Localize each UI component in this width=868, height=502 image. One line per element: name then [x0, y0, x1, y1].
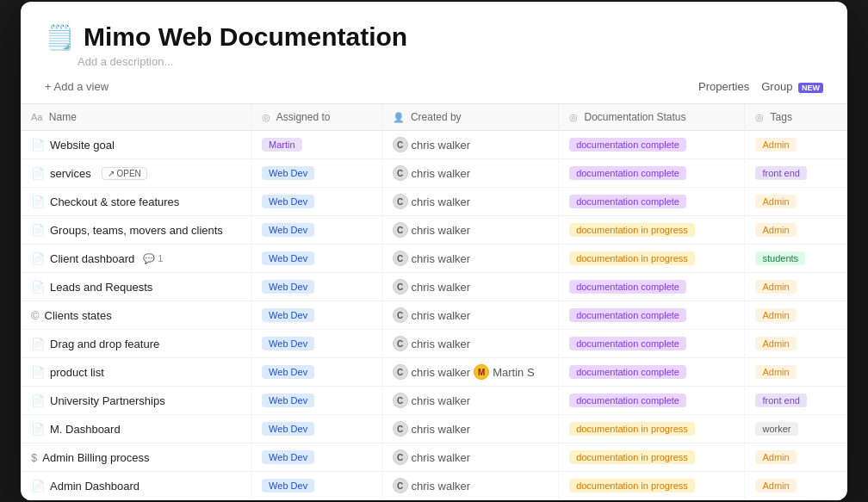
col-header-status: ◎ Documentation Status [559, 104, 745, 131]
cell-assigned: Web Dev [251, 330, 381, 358]
main-window: 🗒️ Mimo Web Documentation Add a descript… [21, 2, 847, 500]
page-description[interactable]: Add a description... [78, 55, 823, 68]
cell-created: Cchris walker [381, 330, 559, 358]
row-type-icon: 📄 [31, 366, 45, 379]
row-name-text: M. Dashboard [50, 423, 121, 436]
row-name-text: Clients states [45, 309, 112, 322]
cell-name: 📄Admin Dashboard [21, 472, 251, 500]
open-button[interactable]: ↗ OPEN [102, 167, 147, 180]
cell-tags: Admin [745, 472, 847, 500]
row-type-icon: 📄 [31, 423, 45, 436]
row-type-icon: 📄 [31, 167, 45, 180]
tag-badge: Admin [755, 450, 796, 464]
row-name-text: Website goal [50, 139, 115, 152]
name-col-icon: Aa [31, 112, 42, 122]
cell-name: 📄Website goal [21, 131, 251, 159]
cell-name: 📄Drag and drop feature [21, 330, 251, 358]
cell-name: 📄Checkout & store features [21, 188, 251, 216]
creator-avatar: C [393, 137, 408, 152]
add-view-button[interactable]: + Add a view [45, 80, 108, 93]
cell-status: documentation in progress [559, 443, 745, 472]
row-type-icon: 📄 [31, 480, 45, 493]
cell-tags: front end [745, 387, 847, 415]
row-type-icon: $ [31, 451, 37, 464]
table-row[interactable]: 📄Checkout & store featuresWeb DevCchris … [21, 188, 847, 216]
creator-name: chris walker [412, 281, 471, 294]
extra-creator-avatar: M [474, 364, 489, 380]
table-row[interactable]: ©Clients statesWeb DevCchris walkerdocum… [21, 301, 847, 330]
properties-button[interactable]: Properties [698, 80, 749, 93]
cell-status: documentation complete [559, 188, 745, 216]
table-row[interactable]: 📄Client dashboard💬 1Web DevCchris walker… [21, 245, 847, 273]
cell-status: documentation complete [559, 387, 745, 415]
table-body: 📄Website goalMartinCchris walkerdocument… [21, 131, 847, 500]
cell-name: 📄Leads and Requests [21, 273, 251, 301]
assigned-tag: Web Dev [262, 195, 314, 208]
page-header: 🗒️ Mimo Web Documentation Add a descript… [21, 2, 847, 104]
cell-name: 📄University Partnerships [21, 387, 251, 415]
row-name-text: Leads and Requests [50, 281, 152, 294]
table-row[interactable]: 📄product listWeb DevCchris walkerMMartin… [21, 358, 847, 387]
status-badge: documentation in progress [569, 479, 695, 493]
assigned-tag: Web Dev [262, 166, 314, 180]
creator-name: chris walker [412, 309, 471, 322]
assigned-tag: Web Dev [262, 479, 314, 493]
col-header-assigned: ◎ Assigned to [251, 104, 381, 131]
table-row[interactable]: $Admin Billing processWeb DevCchris walk… [21, 443, 847, 472]
assigned-tag: Web Dev [262, 394, 314, 407]
creator-avatar: C [393, 393, 408, 408]
table-row[interactable]: 📄Admin DashboardWeb DevCchris walkerdocu… [21, 472, 847, 500]
cell-status: documentation in progress [559, 415, 745, 443]
cell-status: documentation in progress [559, 245, 745, 273]
creator-name: chris walker [412, 252, 471, 265]
status-col-icon: ◎ [569, 112, 578, 123]
table-row[interactable]: 📄M. DashboardWeb DevCchris walkerdocumen… [21, 415, 847, 443]
cell-tags: Admin [745, 188, 847, 216]
status-badge: documentation in progress [569, 450, 695, 464]
row-name-text: Admin Dashboard [50, 480, 140, 493]
cell-tags: Admin [745, 273, 847, 301]
assigned-tag: Martin [262, 138, 302, 152]
creator-name: chris walker [412, 195, 471, 208]
creator-name: chris walker [412, 366, 471, 379]
tag-badge: Admin [755, 479, 796, 493]
table-row[interactable]: 📄Leads and RequestsWeb DevCchris walkerd… [21, 273, 847, 301]
creator-name: chris walker [412, 451, 471, 464]
tag-badge: students [755, 251, 805, 265]
cell-tags: front end [745, 159, 847, 188]
cell-created: Cchris walker [381, 273, 559, 301]
assigned-tag: Web Dev [262, 450, 314, 464]
table-row[interactable]: 📄Groups, teams, movers and clientsWeb De… [21, 216, 847, 245]
cell-created: Cchris walker [381, 188, 559, 216]
cell-tags: Admin [745, 443, 847, 472]
status-badge: documentation complete [569, 308, 686, 322]
cell-tags: Admin [745, 330, 847, 358]
group-button[interactable]: Group NEW [761, 80, 823, 93]
cell-assigned: Web Dev [251, 387, 381, 415]
row-type-icon: 📄 [31, 394, 45, 407]
tag-badge: worker [755, 422, 797, 436]
assigned-tag: Web Dev [262, 365, 314, 379]
page-title: Mimo Web Documentation [84, 22, 407, 52]
cell-assigned: Web Dev [251, 245, 381, 273]
cell-assigned: Web Dev [251, 159, 381, 188]
creator-name: chris walker [412, 394, 471, 407]
table-row[interactable]: 📄University PartnershipsWeb DevCchris wa… [21, 387, 847, 415]
cell-assigned: Martin [251, 131, 381, 159]
tag-badge: Admin [755, 337, 796, 350]
creator-name: chris walker [412, 338, 471, 350]
cell-assigned: Web Dev [251, 188, 381, 216]
table-row[interactable]: 📄Website goalMartinCchris walkerdocument… [21, 131, 847, 159]
status-badge: documentation in progress [569, 223, 695, 237]
table-row[interactable]: 📄services↗ OPENWeb DevCchris walkerdocum… [21, 159, 847, 188]
table-row[interactable]: 📄Drag and drop featureWeb DevCchris walk… [21, 330, 847, 358]
cell-assigned: Web Dev [251, 358, 381, 387]
assigned-tag: Web Dev [262, 308, 314, 322]
row-name-text: product list [50, 366, 104, 379]
status-badge: documentation complete [569, 195, 686, 208]
cell-status: documentation in progress [559, 216, 745, 245]
creator-name: chris walker [412, 480, 471, 493]
toolbar: + Add a view Properties Group NEW [45, 80, 823, 93]
cell-status: documentation complete [559, 273, 745, 301]
status-badge: documentation complete [569, 138, 686, 152]
